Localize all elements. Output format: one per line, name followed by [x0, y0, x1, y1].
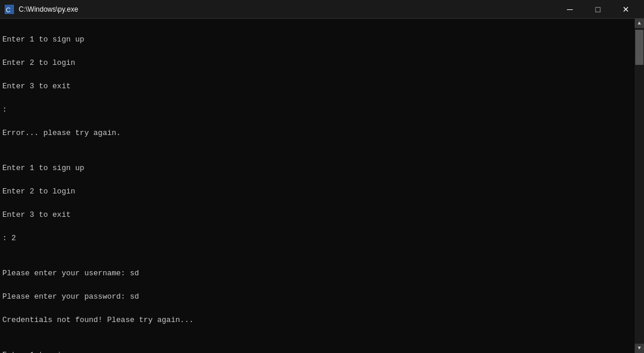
scroll-up-arrow[interactable]: ▲ — [635, 19, 644, 28]
close-button[interactable]: ✕ — [612, 0, 639, 19]
window-title: C:\Windows\py.exe — [19, 5, 78, 13]
console-line-9: Enter 3 to exit — [2, 209, 632, 221]
minimize-button[interactable]: ─ — [556, 0, 583, 19]
scrollbar[interactable]: ▲ ▼ — [635, 19, 644, 353]
console-line-7: Enter 1 to sign up — [2, 162, 632, 174]
window: C C:\Windows\py.exe ─ □ ✕ Enter 1 to sig… — [0, 0, 644, 353]
console-line-16: Enter 1 to sign up — [2, 349, 632, 353]
svg-text:C: C — [6, 6, 11, 13]
window-controls: ─ □ ✕ — [556, 0, 639, 19]
console-output[interactable]: Enter 1 to sign up Enter 2 to login Ente… — [0, 19, 635, 353]
console-line-13: Please enter your password: sd — [2, 291, 632, 303]
scroll-track[interactable] — [635, 28, 644, 344]
console-line-1: Enter 1 to sign up — [2, 34, 632, 46]
console-line-12: Please enter your username: sd — [2, 268, 632, 279]
console-line-2: Enter 2 to login — [2, 57, 632, 69]
console-line-8: Enter 2 to login — [2, 186, 632, 198]
console-line-5: Error... please try again. — [2, 127, 632, 139]
console-line-3: Enter 3 to exit — [2, 81, 632, 92]
console-area: Enter 1 to sign up Enter 2 to login Ente… — [0, 19, 644, 353]
maximize-button[interactable]: □ — [584, 0, 611, 19]
title-bar: C C:\Windows\py.exe ─ □ ✕ — [0, 0, 644, 19]
scroll-down-arrow[interactable]: ▼ — [635, 344, 644, 353]
title-bar-left: C C:\Windows\py.exe — [5, 5, 78, 14]
app-icon: C — [5, 5, 14, 14]
console-line-4: : — [2, 104, 632, 116]
console-line-14: Credentials not found! Please try again.… — [2, 314, 632, 326]
scroll-thumb[interactable] — [635, 30, 643, 65]
console-line-10: : 2 — [2, 233, 632, 244]
